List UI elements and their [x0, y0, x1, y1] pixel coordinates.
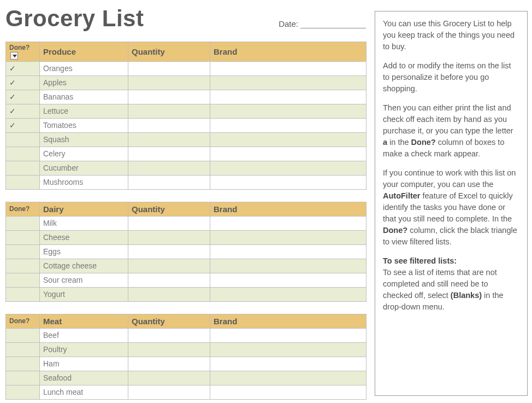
done-cell[interactable]	[6, 287, 40, 301]
brand-cell[interactable]	[210, 230, 367, 244]
item-cell[interactable]: Lunch meat	[40, 385, 128, 399]
done-cell[interactable]: ✓	[6, 118, 40, 132]
brand-cell[interactable]	[210, 161, 367, 175]
done-cell[interactable]	[6, 161, 40, 175]
done-cell[interactable]: ✓	[6, 75, 40, 90]
brand-cell[interactable]	[210, 244, 367, 259]
table-row: ✓Apples	[6, 75, 367, 90]
checkmark-icon: ✓	[9, 121, 16, 130]
item-cell[interactable]: Beef	[40, 328, 128, 342]
item-cell[interactable]: Poultry	[40, 342, 128, 357]
quantity-cell[interactable]	[128, 273, 210, 287]
grocery-table-produce: Done?ProduceQuantityBrand✓Oranges✓Apples…	[5, 42, 367, 190]
quantity-cell[interactable]	[128, 61, 210, 75]
help-p5: To see filtered lists: To see a list of …	[383, 255, 519, 313]
quantity-cell[interactable]	[128, 342, 210, 357]
brand-cell[interactable]	[210, 385, 367, 399]
quantity-cell[interactable]	[128, 385, 210, 399]
brand-cell[interactable]	[210, 357, 367, 371]
done-cell[interactable]	[6, 342, 40, 357]
item-cell[interactable]: Squash	[40, 132, 128, 147]
quantity-cell[interactable]	[128, 175, 210, 189]
grocery-table-meat: Done?MeatQuantityBrandBeefPoultryHamSeaf…	[5, 314, 367, 400]
item-cell[interactable]: Yogurt	[40, 287, 128, 301]
done-cell[interactable]	[6, 273, 40, 287]
done-cell[interactable]: ✓	[6, 104, 40, 118]
done-header: Done?	[6, 202, 40, 216]
done-cell[interactable]	[6, 328, 40, 342]
help-p4: If you continue to work with this list o…	[383, 167, 519, 248]
item-cell[interactable]: Bananas	[40, 90, 128, 104]
quantity-cell[interactable]	[128, 328, 210, 342]
brand-cell[interactable]	[210, 75, 367, 90]
quantity-cell[interactable]	[128, 118, 210, 132]
brand-cell[interactable]	[210, 287, 367, 301]
done-cell[interactable]: ✓	[6, 90, 40, 104]
table-row: Sour cream	[6, 273, 367, 287]
brand-cell[interactable]	[210, 132, 367, 147]
quantity-cell[interactable]	[128, 104, 210, 118]
brand-cell[interactable]	[210, 118, 367, 132]
category-header: Dairy	[40, 202, 128, 216]
item-cell[interactable]: Apples	[40, 75, 128, 90]
item-cell[interactable]: Sour cream	[40, 273, 128, 287]
quantity-cell[interactable]	[128, 75, 210, 90]
quantity-cell[interactable]	[128, 132, 210, 147]
quantity-cell[interactable]	[128, 259, 210, 273]
quantity-cell[interactable]	[128, 161, 210, 175]
quantity-cell[interactable]	[128, 147, 210, 161]
item-cell[interactable]: Lettuce	[40, 104, 128, 118]
brand-cell[interactable]	[210, 259, 367, 273]
item-cell[interactable]: Celery	[40, 147, 128, 161]
brand-cell[interactable]	[210, 216, 367, 230]
table-row: Cucumber	[6, 161, 367, 175]
done-cell[interactable]	[6, 385, 40, 399]
done-cell[interactable]	[6, 216, 40, 230]
item-cell[interactable]: Cottage cheese	[40, 259, 128, 273]
item-cell[interactable]: Ham	[40, 357, 128, 371]
item-cell[interactable]: Milk	[40, 216, 128, 230]
brand-cell[interactable]	[210, 104, 367, 118]
done-cell[interactable]	[6, 244, 40, 259]
item-cell[interactable]: Tomatoes	[40, 118, 128, 132]
brand-cell[interactable]	[210, 175, 367, 189]
table-row: ✓Tomatoes	[6, 118, 367, 132]
quantity-cell[interactable]	[128, 90, 210, 104]
done-cell[interactable]	[6, 147, 40, 161]
table-row: Seafood	[6, 371, 367, 385]
autofilter-dropdown-icon[interactable]	[10, 52, 18, 60]
done-cell[interactable]	[6, 132, 40, 147]
done-cell[interactable]	[6, 175, 40, 189]
item-cell[interactable]: Eggs	[40, 244, 128, 259]
quantity-cell[interactable]	[128, 371, 210, 385]
brand-cell[interactable]	[210, 61, 367, 75]
table-row: Eggs	[6, 244, 367, 259]
done-cell[interactable]	[6, 371, 40, 385]
table-row: Ham	[6, 357, 367, 371]
quantity-cell[interactable]	[128, 287, 210, 301]
quantity-cell[interactable]	[128, 230, 210, 244]
done-cell[interactable]	[6, 259, 40, 273]
table-row: ✓Oranges	[6, 61, 367, 75]
brand-cell[interactable]	[210, 273, 367, 287]
item-cell[interactable]: Mushrooms	[40, 175, 128, 189]
date-input-line[interactable]	[300, 20, 366, 28]
brand-cell[interactable]	[210, 90, 367, 104]
brand-cell[interactable]	[210, 371, 367, 385]
quantity-cell[interactable]	[128, 216, 210, 230]
brand-cell[interactable]	[210, 342, 367, 357]
checkmark-icon: ✓	[9, 92, 16, 101]
quantity-cell[interactable]	[128, 244, 210, 259]
table-row: Lunch meat	[6, 385, 367, 399]
item-cell[interactable]: Seafood	[40, 371, 128, 385]
done-cell[interactable]	[6, 357, 40, 371]
done-cell[interactable]	[6, 230, 40, 244]
done-header[interactable]: Done?	[6, 42, 40, 62]
done-cell[interactable]: ✓	[6, 61, 40, 75]
item-cell[interactable]: Oranges	[40, 61, 128, 75]
brand-cell[interactable]	[210, 147, 367, 161]
quantity-cell[interactable]	[128, 357, 210, 371]
item-cell[interactable]: Cheese	[40, 230, 128, 244]
brand-cell[interactable]	[210, 328, 367, 342]
item-cell[interactable]: Cucumber	[40, 161, 128, 175]
